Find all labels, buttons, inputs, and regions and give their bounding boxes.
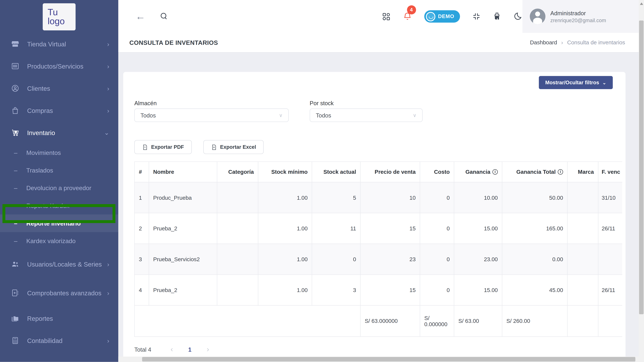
table-header-row: # Nombre Categoría Stock mínimo Stock ac… bbox=[134, 162, 622, 182]
total-ganancia: S/ 63.00 bbox=[454, 306, 502, 337]
cell-nombre: Produc_Prueba bbox=[149, 182, 217, 213]
toggle-filters-label: Mostrar/Ocultar filtros bbox=[545, 80, 599, 86]
barcode-icon bbox=[11, 62, 20, 70]
info-icon[interactable]: i bbox=[558, 169, 563, 174]
exit-fullscreen-icon[interactable] bbox=[472, 12, 480, 20]
cell-marca bbox=[568, 182, 598, 213]
horizontal-scrollbar-thumb[interactable] bbox=[142, 357, 635, 362]
info-icon[interactable]: i bbox=[492, 169, 498, 174]
col-header-marca: Marca bbox=[568, 162, 598, 182]
sidebar-item-usuarios-locales-series[interactable]: Usuarios/Locales & Series › bbox=[0, 250, 118, 278]
chevron-right-icon: › bbox=[107, 260, 109, 268]
sidebar-item-label: Compras bbox=[27, 106, 107, 114]
export-pdf-button[interactable]: Exportar PDF bbox=[134, 140, 192, 154]
invoice-icon bbox=[11, 288, 20, 297]
cell-stock-minimo: 1.00 bbox=[258, 213, 312, 244]
chevron-right-icon: › bbox=[107, 40, 109, 47]
submenu-item-reporte-kardex[interactable]: –Reporte Kardex bbox=[0, 197, 118, 214]
submenu-label: Devolucion a proveedor bbox=[26, 184, 91, 192]
cell-stock-minimo: 1.00 bbox=[258, 244, 312, 274]
cell-ganancia-total: 165.00 bbox=[502, 213, 567, 244]
cell-stock-minimo: 1.00 bbox=[258, 182, 312, 213]
cell-categoria bbox=[217, 213, 258, 244]
scroll-up-arrow-icon[interactable] bbox=[640, 2, 643, 5]
cell-ganancia: 15.00 bbox=[454, 213, 502, 244]
cell-costo: 0 bbox=[420, 213, 454, 244]
horizontal-scrollbar[interactable] bbox=[118, 356, 639, 362]
table-row[interactable]: 2 Prueba_2 1.00 11 15 0 15.00 165.00 26/… bbox=[134, 213, 622, 244]
toggle-filters-button[interactable]: Mostrar/Ocultar filtros ⌄ bbox=[539, 76, 613, 89]
search-icon[interactable] bbox=[160, 12, 168, 21]
logo-line2: logo bbox=[48, 17, 76, 26]
sidebar-item-compras[interactable]: Compras › bbox=[0, 100, 118, 122]
notifications-bell-icon[interactable]: 4 bbox=[403, 12, 412, 21]
export-pdf-label: Exportar PDF bbox=[151, 144, 184, 150]
col-header-costo: Costo bbox=[420, 162, 454, 182]
table-row[interactable]: 1 Produc_Prueba 1.00 5 10 0 10.00 50.00 … bbox=[134, 182, 622, 213]
cell-marca bbox=[568, 274, 598, 306]
user-menu[interactable]: Administrador zrenrique20@gmail.com bbox=[522, 0, 639, 33]
dash-icon: – bbox=[14, 184, 20, 192]
notification-count-badge: 4 bbox=[407, 5, 416, 14]
cell-costo: 0 bbox=[420, 274, 454, 306]
col-header-ganancia-label: Ganancia bbox=[466, 169, 490, 175]
cell-stock-actual: 0 bbox=[312, 244, 360, 274]
sidebar-item-clientes[interactable]: Clientes › bbox=[0, 77, 118, 100]
cell-precio-venta: 23 bbox=[360, 244, 420, 274]
vertical-scrollbar[interactable] bbox=[639, 0, 644, 362]
chevron-down-icon: ∨ bbox=[413, 112, 416, 118]
brush-icon[interactable] bbox=[493, 12, 501, 20]
inventory-table-container: # Nombre Categoría Stock mínimo Stock ac… bbox=[134, 162, 622, 337]
logo-line1: Tu bbox=[48, 8, 76, 17]
pagination-prev-icon[interactable]: ‹ bbox=[163, 345, 181, 354]
apps-grid-icon[interactable] bbox=[382, 12, 390, 21]
dark-mode-moon-icon[interactable] bbox=[513, 12, 522, 21]
page-title: CONSULTA DE INVENTARIOS bbox=[130, 39, 218, 46]
pagination-page-1[interactable]: 1 bbox=[181, 346, 199, 353]
sidebar-item-tienda-virtual[interactable]: Tienda Virtual › bbox=[0, 33, 118, 55]
sidebar-item-comprobantes-avanzados[interactable]: Comprobantes avanzados › bbox=[0, 278, 118, 307]
table-row[interactable]: 4 Prueba_2 1.00 3 15 0 15.00 45.00 26/11 bbox=[134, 274, 622, 306]
app-logo[interactable]: Tu logo bbox=[43, 3, 76, 30]
breadcrumb-dashboard-link[interactable]: Dashboard bbox=[530, 40, 557, 46]
table-body: 1 Produc_Prueba 1.00 5 10 0 10.00 50.00 … bbox=[134, 182, 622, 306]
app-window: Tu logo Tienda Virtual › Productos/Servi… bbox=[0, 0, 644, 362]
cell-f-venc: 26/11 bbox=[598, 274, 622, 306]
almacen-select[interactable]: Todos ∨ bbox=[134, 108, 289, 122]
export-excel-button[interactable]: Exportar Excel bbox=[203, 140, 264, 154]
pagination: Total 4 ‹ 1 › bbox=[134, 345, 626, 354]
cell-stock-minimo: 1.00 bbox=[258, 274, 312, 306]
shopping-bag-icon bbox=[11, 106, 20, 115]
breadcrumb-separator-icon: › bbox=[561, 40, 563, 46]
total-ganancia-total: S/ 260.00 bbox=[502, 306, 567, 337]
chevron-right-icon: › bbox=[107, 85, 109, 92]
cell-categoria bbox=[217, 274, 258, 306]
cell-costo: 0 bbox=[420, 244, 454, 274]
por-stock-select[interactable]: Todos ∨ bbox=[310, 108, 422, 122]
submenu-item-devolucion-a-proveedor[interactable]: –Devolucion a proveedor bbox=[0, 179, 118, 197]
sidebar-item-inventario[interactable]: Inventario ⌄ bbox=[0, 122, 118, 144]
cell-ganancia: 10.00 bbox=[454, 182, 502, 213]
sidebar-item-contabilidad[interactable]: Contabilidad › bbox=[0, 330, 118, 352]
cell-marca bbox=[568, 213, 598, 244]
chevron-right-icon: › bbox=[107, 107, 109, 114]
cell-marca bbox=[568, 244, 598, 274]
submenu-item-kardex-valorizado[interactable]: –Kardex valorizado bbox=[0, 232, 118, 250]
back-arrow-icon[interactable]: ← bbox=[136, 11, 146, 22]
pagination-next-icon[interactable]: › bbox=[199, 345, 217, 354]
sidebar-item-reportes[interactable]: Reportes bbox=[0, 307, 118, 330]
export-actions: Exportar PDF Exportar Excel bbox=[134, 140, 626, 154]
vertical-scrollbar-thumb[interactable] bbox=[639, 20, 644, 314]
dash-icon: – bbox=[14, 220, 20, 227]
almacen-filter: Almacén Todos ∨ bbox=[134, 100, 289, 122]
table-row[interactable]: 3 Prueba_Servicios2 1.00 0 23 0 23.00 0.… bbox=[134, 244, 622, 274]
sidebar-item-productos-servicios[interactable]: Productos/Servicios › bbox=[0, 55, 118, 77]
submenu-item-movimientos[interactable]: –Movimientos bbox=[0, 144, 118, 161]
cell-precio-venta: 10 bbox=[360, 182, 420, 213]
submenu-item-traslados[interactable]: –Traslados bbox=[0, 162, 118, 179]
col-header-categoria: Categoría bbox=[217, 162, 258, 182]
demo-badge[interactable]: DEMO bbox=[424, 10, 460, 22]
submenu-item-reporte-inventario[interactable]: –Reporte Inventario bbox=[0, 214, 118, 232]
col-header-ganancia: Gananciai bbox=[454, 162, 502, 182]
cell-stock-actual: 11 bbox=[312, 213, 360, 244]
